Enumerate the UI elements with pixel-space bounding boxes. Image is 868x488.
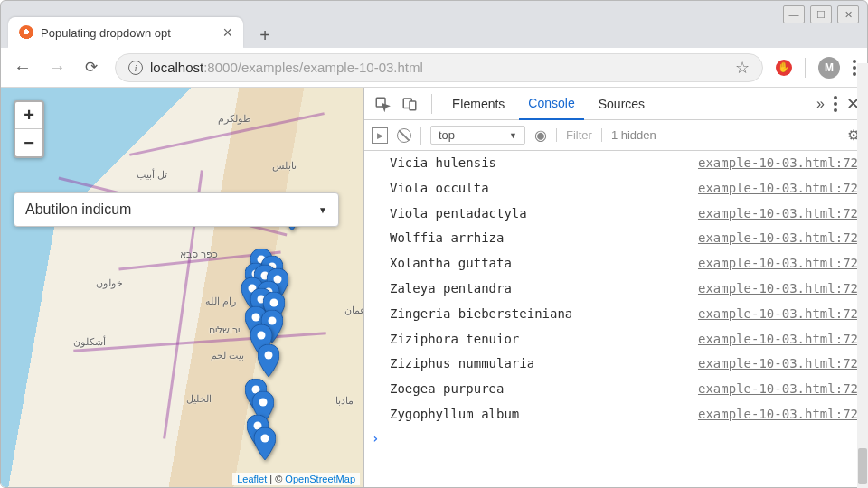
clear-console-button[interactable]: [397, 128, 411, 143]
place-label: بيت لحم: [211, 350, 244, 361]
log-message: Xolantha guttata: [390, 253, 698, 275]
devtools-tab-sources[interactable]: Sources: [590, 88, 654, 120]
console-prompt[interactable]: ›: [364, 427, 867, 449]
svg-point-15: [259, 399, 268, 407]
log-source-link[interactable]: example-10-03.html:72: [698, 153, 858, 174]
ublock-extension-icon[interactable]: ✋: [776, 60, 792, 76]
page-content: طولكرمنابلستل أبيبمنطقة تلכפר סבאخولونرا…: [1, 88, 867, 487]
bookmark-star-icon[interactable]: ☆: [735, 58, 750, 78]
place-label: כפר סבא: [180, 249, 218, 260]
place-label: الخليل: [186, 393, 212, 405]
leaflet-map[interactable]: طولكرمنابلستل أبيبمنطقة تلכפר סבאخولونرا…: [1, 88, 364, 487]
window-minimize-button[interactable]: —: [783, 5, 805, 23]
tabstrip: Populating dropdown opt × +: [1, 14, 867, 48]
log-source-link[interactable]: example-10-03.html:72: [698, 253, 858, 275]
log-message: Ziziphus nummularia: [390, 353, 698, 375]
tab-title: Populating dropdown opt: [41, 26, 215, 40]
svg-point-17: [261, 435, 269, 443]
console-log-row: Wolffia arrhizaexample-10-03.html:72: [364, 226, 867, 251]
browser-tab[interactable]: Populating dropdown opt ×: [8, 17, 243, 48]
log-source-link[interactable]: example-10-03.html:72: [698, 203, 858, 225]
place-label: طولكرم: [218, 113, 251, 125]
console-log-row: Ziziphora tenuiorexample-10-03.html:72: [364, 327, 867, 352]
place-label: مادبا: [335, 395, 354, 407]
tab-close-button[interactable]: ×: [222, 24, 232, 41]
devtools-tab-console[interactable]: Console: [519, 88, 583, 120]
execution-context-select[interactable]: top ▼: [430, 126, 525, 145]
log-source-link[interactable]: example-10-03.html:72: [698, 379, 858, 400]
leaflet-link[interactable]: Leaflet: [237, 474, 267, 484]
svg-point-9: [270, 299, 278, 307]
log-source-link[interactable]: example-10-03.html:72: [698, 353, 858, 375]
console-log-row: Vicia hulensisexample-10-03.html:72: [364, 151, 867, 176]
map-tiles[interactable]: طولكرمنابلستل أبيبمنطقة تلכפר סבאخولونرا…: [1, 88, 363, 487]
console-toolbar: ▶ top ▼ ◉ Filter 1 hidden ⚙: [364, 120, 867, 151]
window-maximize-button[interactable]: ☐: [810, 5, 832, 23]
zoom-out-button[interactable]: −: [15, 129, 42, 156]
window-close-button[interactable]: ✕: [837, 5, 859, 23]
console-log-row: Ziziphus nummulariaexample-10-03.html:72: [364, 352, 867, 377]
log-message: Viola occulta: [390, 178, 698, 200]
place-label: تل أبيب: [137, 169, 167, 181]
browser-window: — ☐ ✕ Populating dropdown opt × + ← → ⟳ …: [0, 0, 868, 488]
new-tab-button[interactable]: +: [252, 23, 278, 48]
window-controls: — ☐ ✕: [783, 5, 859, 23]
svg-rect-20: [410, 101, 416, 110]
console-log-row: Xolantha guttataexample-10-03.html:72: [364, 251, 867, 277]
log-message: Vicia hulensis: [390, 153, 698, 174]
back-button[interactable]: ←: [12, 57, 33, 78]
console-log-area[interactable]: Vicia hulensisexample-10-03.html:72Viola…: [364, 151, 867, 487]
inspect-element-button[interactable]: [372, 93, 393, 115]
log-message: Wolffia arrhiza: [390, 228, 698, 249]
console-log-row: Zoegea purpureaexample-10-03.html:72: [364, 377, 867, 402]
species-dropdown[interactable]: Abutilon indicum ▼: [14, 192, 339, 227]
devtools-tab-elements[interactable]: Elements: [443, 88, 514, 120]
log-source-link[interactable]: example-10-03.html:72: [698, 329, 858, 351]
devtools-scrollbar[interactable]: [857, 88, 867, 487]
titlebar: [1, 1, 867, 14]
devtools-panel: Elements Console Sources » ✕ ▶ top ▼ ◉ F: [364, 88, 867, 487]
address-bar[interactable]: i localhost:8000/examples/example-10-03.…: [115, 53, 763, 82]
browser-toolbar: ← → ⟳ i localhost:8000/examples/example-…: [1, 48, 867, 88]
log-source-link[interactable]: example-10-03.html:72: [698, 278, 858, 300]
reload-button[interactable]: ⟳: [80, 58, 102, 77]
devtools-more-tabs-button[interactable]: »: [816, 96, 825, 112]
live-expression-button[interactable]: ◉: [534, 127, 547, 144]
place-label: رام الله: [205, 296, 236, 307]
browser-menu-button[interactable]: [853, 60, 856, 76]
svg-point-12: [258, 332, 266, 340]
device-toolbar-button[interactable]: [399, 93, 420, 115]
zoom-in-button[interactable]: +: [15, 102, 42, 129]
map-marker[interactable]: [258, 344, 279, 377]
map-marker[interactable]: [254, 427, 276, 460]
scrollbar-thumb[interactable]: [858, 448, 867, 484]
console-sidebar-toggle[interactable]: ▶: [372, 127, 388, 144]
log-source-link[interactable]: example-10-03.html:72: [698, 178, 858, 200]
console-filter-input[interactable]: Filter: [556, 128, 592, 142]
log-source-link[interactable]: example-10-03.html:72: [698, 304, 858, 325]
chevron-down-icon: ▼: [509, 131, 517, 140]
dropdown-selected-value: Abutilon indicum: [25, 202, 318, 218]
profile-avatar[interactable]: M: [818, 57, 840, 79]
place-label: خولون: [96, 277, 123, 289]
console-log-row: Zaleya pentandraexample-10-03.html:72: [364, 277, 867, 302]
chevron-down-icon: ▼: [318, 205, 327, 215]
site-info-icon[interactable]: i: [128, 61, 143, 75]
console-log-row: Viola pentadactylaexample-10-03.html:72: [364, 202, 867, 227]
log-source-link[interactable]: example-10-03.html:72: [698, 404, 858, 426]
log-message: Zygophyllum album: [390, 404, 698, 426]
hidden-messages-label[interactable]: 1 hidden: [601, 128, 656, 142]
svg-point-10: [252, 314, 260, 322]
forward-button[interactable]: →: [46, 57, 68, 78]
osm-link[interactable]: OpenStreetMap: [285, 474, 355, 484]
place-label: نابلس: [272, 160, 297, 172]
devtools-tabbar: Elements Console Sources » ✕: [364, 88, 867, 120]
log-source-link[interactable]: example-10-03.html:72: [698, 228, 858, 249]
zoom-control: + −: [14, 100, 44, 158]
log-message: Viola pentadactyla: [390, 203, 698, 225]
log-message: Zoegea purpurea: [390, 379, 698, 400]
toolbar-divider: [805, 58, 806, 78]
log-message: Ziziphora tenuior: [390, 329, 698, 351]
svg-point-13: [265, 352, 273, 360]
devtools-menu-button[interactable]: [834, 96, 837, 112]
